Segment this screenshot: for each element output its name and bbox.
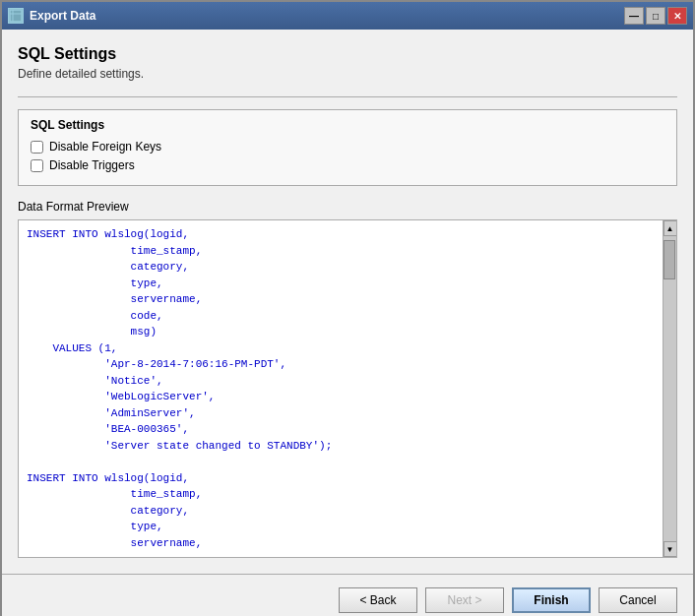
content-area: SQL Settings Define detailed settings. S… xyxy=(2,30,693,574)
main-window: Export Data — □ ✕ SQL Settings Define de… xyxy=(0,0,695,616)
disable-fk-checkbox[interactable] xyxy=(31,141,43,154)
close-button[interactable]: ✕ xyxy=(667,7,687,25)
sql-settings-title: SQL Settings xyxy=(31,118,664,132)
disable-triggers-checkbox[interactable] xyxy=(31,159,43,172)
finish-button[interactable]: Finish xyxy=(512,587,591,613)
disable-fk-label: Disable Foreign Keys xyxy=(49,140,161,154)
disable-fk-row: Disable Foreign Keys xyxy=(31,140,664,154)
page-title: SQL Settings xyxy=(18,45,677,63)
scroll-down-button[interactable]: ▼ xyxy=(663,541,677,557)
scrollbar-thumb[interactable] xyxy=(663,240,675,279)
scrollbar[interactable]: ▲ ▼ xyxy=(663,220,676,557)
preview-section: Data Format Preview INSERT INTO wlslog(l… xyxy=(18,200,677,558)
divider xyxy=(18,96,677,97)
svg-rect-0 xyxy=(10,10,22,22)
button-bar: < Back Next > Finish Cancel xyxy=(2,574,693,616)
minimize-button[interactable]: — xyxy=(624,7,644,25)
sql-settings-group: SQL Settings Disable Foreign Keys Disabl… xyxy=(18,109,677,186)
scroll-up-button[interactable]: ▲ xyxy=(663,220,677,236)
back-button[interactable]: < Back xyxy=(339,587,417,613)
next-button[interactable]: Next > xyxy=(425,587,504,613)
page-subtitle: Define detailed settings. xyxy=(18,67,677,81)
scrollbar-track-area[interactable] xyxy=(663,236,676,541)
window-icon xyxy=(8,8,24,24)
window-controls: — □ ✕ xyxy=(624,7,687,25)
preview-title: Data Format Preview xyxy=(18,200,677,214)
window-title: Export Data xyxy=(30,9,624,23)
disable-triggers-row: Disable Triggers xyxy=(31,158,664,172)
disable-triggers-label: Disable Triggers xyxy=(49,158,135,172)
maximize-button[interactable]: □ xyxy=(646,7,665,25)
code-preview: INSERT INTO wlslog(logid, time_stamp, ca… xyxy=(18,219,677,558)
code-content[interactable]: INSERT INTO wlslog(logid, time_stamp, ca… xyxy=(19,220,663,557)
cancel-button[interactable]: Cancel xyxy=(599,587,677,613)
title-bar: Export Data — □ ✕ xyxy=(2,2,693,30)
